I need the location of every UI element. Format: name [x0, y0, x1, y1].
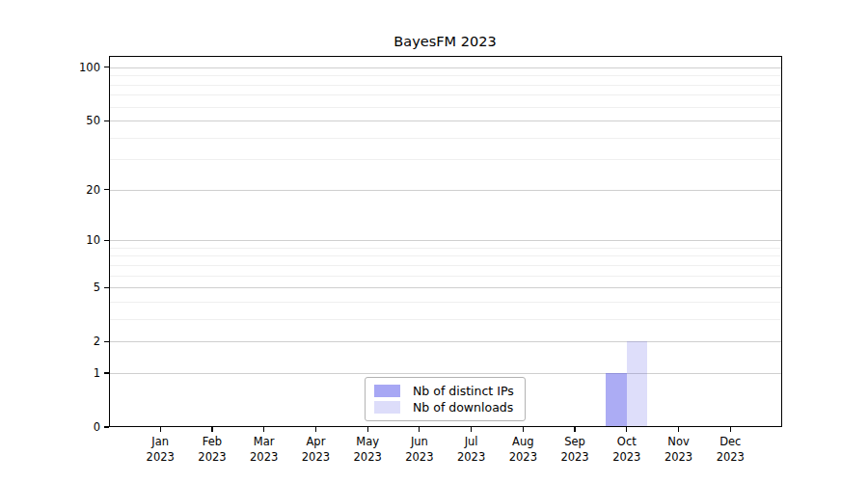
y-tick-label-100: 100	[58, 61, 100, 74]
plot-area	[109, 56, 783, 427]
y-tick-1	[104, 372, 109, 373]
y-tick-label-5: 5	[58, 281, 100, 294]
gridline-minor-6	[110, 276, 782, 277]
x-tick-label-dec-2023: Dec2023	[699, 434, 761, 465]
x-tick-jul	[471, 427, 472, 432]
y-tick-10	[104, 240, 109, 241]
bar-nb-of-downloads-oct-2023	[627, 341, 647, 426]
gridline-major-1	[110, 373, 782, 374]
chart-title: BayesFM 2023	[108, 34, 782, 49]
gridline-minor-70	[110, 94, 782, 95]
gridline-major-100	[110, 67, 782, 68]
y-tick-label-50: 50	[58, 114, 100, 127]
legend-label-downloads: Nb of downloads	[413, 401, 513, 414]
gridline-minor-80	[110, 85, 782, 86]
gridline-major-10	[110, 240, 782, 241]
x-tick-aug	[523, 427, 524, 432]
legend-swatch-distinct-ips	[374, 385, 400, 397]
gridline-major-20	[110, 190, 782, 191]
y-tick-label-2: 2	[58, 335, 100, 348]
gridline-minor-40	[110, 138, 782, 139]
x-tick-mar	[263, 427, 264, 432]
x-tick-may	[367, 427, 368, 432]
chart-canvas: BayesFM 2023 Nb of distinct IPs Nb of do…	[0, 0, 868, 482]
gridline-minor-60	[110, 107, 782, 108]
x-tick-dec	[730, 427, 731, 432]
y-tick-5	[104, 287, 109, 288]
y-tick-2	[104, 341, 109, 342]
gridline-major-2	[110, 341, 782, 342]
gridline-minor-4	[110, 302, 782, 303]
legend-label-distinct-ips: Nb of distinct IPs	[413, 385, 514, 397]
y-tick-label-10: 10	[58, 233, 100, 247]
legend-item-distinct-ips: Nb of distinct IPs	[374, 385, 516, 397]
x-tick-jun	[419, 427, 420, 432]
gridline-minor-8	[110, 255, 782, 256]
bar-nb-of-distinct-ips-oct-2023	[606, 373, 626, 426]
gridline-major-5	[110, 287, 782, 288]
y-tick-0	[104, 426, 109, 427]
y-tick-50	[104, 120, 109, 121]
y-tick-label-0: 0	[58, 420, 100, 434]
x-tick-sep	[574, 427, 575, 432]
x-tick-jan	[160, 427, 161, 432]
gridline-minor-7	[110, 265, 782, 266]
legend: Nb of distinct IPs Nb of downloads	[365, 377, 526, 421]
gridline-minor-90	[110, 75, 782, 76]
gridline-minor-30	[110, 159, 782, 160]
y-tick-label-20: 20	[58, 183, 100, 197]
y-tick-label-1: 1	[58, 366, 100, 380]
legend-swatch-downloads	[374, 401, 400, 414]
legend-item-downloads: Nb of downloads	[374, 401, 516, 414]
y-tick-100	[104, 67, 109, 67]
gridline-major-50	[110, 120, 782, 121]
x-tick-oct	[626, 427, 627, 432]
y-tick-20	[104, 189, 109, 190]
gridline-minor-9	[110, 248, 782, 249]
gridline-minor-3	[110, 319, 782, 320]
x-tick-apr	[315, 427, 316, 432]
x-tick-feb	[211, 427, 212, 432]
x-tick-nov	[678, 427, 679, 432]
